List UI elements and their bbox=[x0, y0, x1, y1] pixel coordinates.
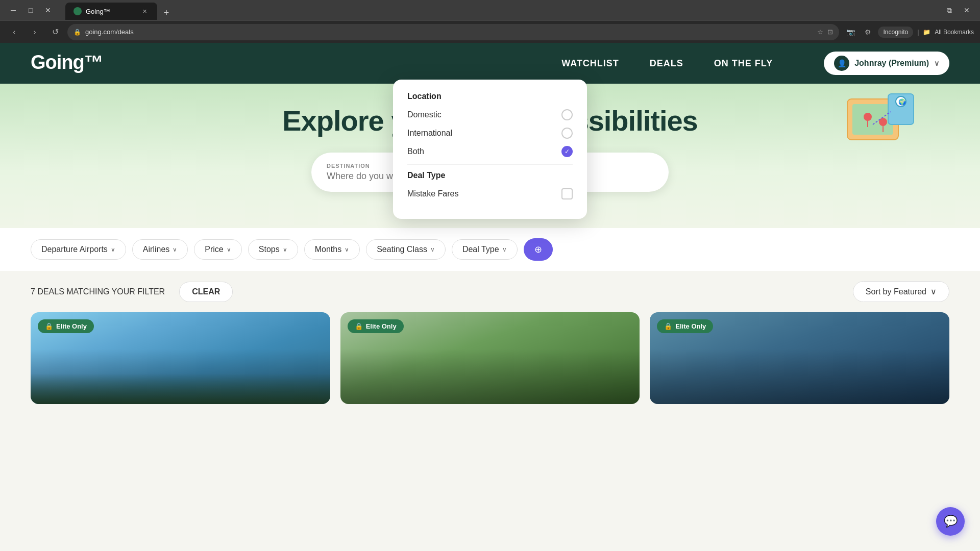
airlines-label: Airlines bbox=[143, 245, 169, 254]
lock-icon: 🔒 bbox=[664, 322, 672, 330]
on-the-fly-nav-link[interactable]: ON THE FLY bbox=[714, 58, 773, 69]
deals-nav-link[interactable]: DEALS bbox=[650, 58, 683, 69]
domestic-label: Domestic bbox=[407, 110, 442, 119]
deals-header-left: 7 DEALS MATCHING YOUR FILTER CLEAR bbox=[31, 282, 233, 302]
elite-badge: 🔒 Elite Only bbox=[348, 319, 404, 333]
close-window-button[interactable]: ✕ bbox=[41, 3, 55, 17]
maximize-button[interactable]: □ bbox=[23, 3, 38, 17]
deal-type-filter[interactable]: Deal Type ∨ bbox=[452, 239, 518, 260]
cast-icon: ⊡ bbox=[827, 28, 833, 36]
both-label: Both bbox=[407, 147, 424, 156]
both-radio[interactable]: ✓ bbox=[561, 146, 573, 157]
map-illustration: 🌍 bbox=[842, 89, 919, 165]
sort-chevron-icon: ∨ bbox=[930, 287, 937, 296]
sort-label: Sort by Featured bbox=[866, 287, 926, 296]
active-tab[interactable]: Going™ ✕ bbox=[65, 3, 157, 20]
location-section-title: Location bbox=[407, 92, 573, 101]
mistake-fares-label: Mistake Fares bbox=[407, 189, 458, 198]
stops-filter[interactable]: Stops ∨ bbox=[248, 239, 298, 260]
deal-card[interactable]: 🔒 Elite Only bbox=[31, 312, 330, 404]
forward-button[interactable]: › bbox=[27, 24, 43, 40]
tab-bar: Going™ ✕ + bbox=[59, 1, 938, 20]
new-tab-button[interactable]: + bbox=[159, 6, 174, 20]
tab-title: Going™ bbox=[86, 8, 110, 15]
price-filter[interactable]: Price ∨ bbox=[194, 239, 241, 260]
deal-type-dropdown: Location Domestic International Both ✓ D… bbox=[393, 80, 587, 219]
months-filter[interactable]: Months ∨ bbox=[304, 239, 360, 260]
minimize-button[interactable]: ─ bbox=[6, 3, 20, 17]
window-close-button[interactable]: ✕ bbox=[960, 3, 974, 17]
user-avatar: 👤 bbox=[834, 56, 849, 71]
clear-button[interactable]: CLEAR bbox=[179, 282, 233, 302]
sort-button[interactable]: Sort by Featured ∨ bbox=[853, 281, 949, 302]
window-controls: ─ □ ✕ bbox=[6, 3, 55, 17]
incognito-badge[interactable]: Incognito bbox=[878, 27, 913, 38]
deals-area: 7 DEALS MATCHING YOUR FILTER CLEAR Sort … bbox=[0, 271, 980, 414]
deal-card[interactable]: 🔒 Elite Only bbox=[340, 312, 640, 404]
website: Going™ WATCHLIST DEALS ON THE FLY 👤 John… bbox=[0, 43, 980, 515]
no-video-icon[interactable]: 📷 bbox=[843, 25, 857, 39]
svg-text:Going™: Going™ bbox=[31, 52, 103, 73]
browser-titlebar: ─ □ ✕ Going™ ✕ + ⧉ ✕ bbox=[0, 0, 980, 20]
price-label: Price bbox=[205, 245, 223, 254]
international-radio[interactable] bbox=[561, 128, 573, 139]
url-text: going.com/deals bbox=[85, 28, 134, 36]
tab-close-button[interactable]: ✕ bbox=[140, 7, 149, 16]
dropdown-divider bbox=[407, 164, 573, 165]
stops-chevron-icon: ∨ bbox=[283, 246, 287, 253]
both-option[interactable]: Both ✓ bbox=[407, 146, 573, 157]
extensions-icon[interactable]: ⚙ bbox=[861, 25, 875, 39]
mistake-fares-checkbox[interactable] bbox=[561, 188, 573, 199]
deals-grid: 🔒 Elite Only 🔒 Elite Only 🔒 Elite Only bbox=[31, 312, 949, 404]
user-menu[interactable]: 👤 Johnray (Premium) ∨ bbox=[824, 52, 949, 75]
chat-button[interactable]: 💬 bbox=[936, 507, 965, 536]
departure-airports-label: Departure Airports bbox=[41, 245, 108, 254]
deal-card[interactable]: 🔒 Elite Only bbox=[650, 312, 949, 404]
filter-bar: Departure Airports ∨ Airlines ∨ Price ∨ … bbox=[0, 228, 980, 271]
elite-label: Elite Only bbox=[56, 322, 87, 330]
lock-icon: 🔒 bbox=[74, 29, 81, 36]
restore-button[interactable]: ⧉ bbox=[942, 3, 957, 17]
domestic-radio[interactable] bbox=[561, 109, 573, 120]
seating-class-label: Seating Class bbox=[377, 245, 427, 254]
bookmark-folder-icon: 📁 bbox=[923, 29, 930, 36]
elite-badge: 🔒 Elite Only bbox=[657, 319, 713, 333]
deal-type-chevron-icon: ∨ bbox=[502, 246, 507, 253]
star-icon: ☆ bbox=[817, 28, 823, 36]
address-bar[interactable]: 🔒 going.com/deals ☆ ⊡ bbox=[67, 24, 839, 40]
active-filter-button[interactable]: ⊕ bbox=[524, 238, 553, 261]
window-action-buttons: ⧉ ✕ bbox=[942, 3, 974, 17]
tab-favicon bbox=[74, 7, 82, 15]
browser-chrome: ─ □ ✕ Going™ ✕ + ⧉ ✕ ‹ › ↺ 🔒 going.com/d… bbox=[0, 0, 980, 43]
deals-count: 7 DEALS MATCHING YOUR FILTER bbox=[31, 287, 165, 296]
mistake-fares-option[interactable]: Mistake Fares bbox=[407, 188, 573, 199]
refresh-button[interactable]: ↺ bbox=[47, 24, 63, 40]
deals-header: 7 DEALS MATCHING YOUR FILTER CLEAR Sort … bbox=[31, 281, 949, 302]
international-option[interactable]: International bbox=[407, 128, 573, 139]
user-chevron-icon: ∨ bbox=[934, 59, 939, 67]
months-chevron-icon: ∨ bbox=[345, 246, 349, 253]
departure-airports-chevron-icon: ∨ bbox=[111, 246, 115, 253]
stops-label: Stops bbox=[259, 245, 280, 254]
elite-label: Elite Only bbox=[675, 322, 706, 330]
seating-class-chevron-icon: ∨ bbox=[430, 246, 435, 253]
user-name: Johnray (Premium) bbox=[854, 59, 929, 68]
all-bookmarks-label[interactable]: All Bookmarks bbox=[935, 29, 974, 36]
back-button[interactable]: ‹ bbox=[6, 24, 22, 40]
site-logo[interactable]: Going™ bbox=[31, 49, 112, 77]
active-filter-icon: ⊕ bbox=[534, 244, 542, 255]
toolbar-actions: 📷 ⚙ Incognito bbox=[843, 25, 913, 39]
site-nav: Going™ WATCHLIST DEALS ON THE FLY 👤 John… bbox=[0, 43, 980, 84]
lock-icon: 🔒 bbox=[355, 322, 363, 330]
lock-icon: 🔒 bbox=[45, 322, 53, 330]
browser-toolbar: ‹ › ↺ 🔒 going.com/deals ☆ ⊡ 📷 ⚙ Incognit… bbox=[0, 20, 980, 43]
airlines-filter[interactable]: Airlines ∨ bbox=[132, 239, 188, 260]
svg-rect-2 bbox=[852, 104, 893, 135]
domestic-option[interactable]: Domestic bbox=[407, 109, 573, 120]
watchlist-nav-link[interactable]: WATCHLIST bbox=[561, 58, 619, 69]
elite-badge: 🔒 Elite Only bbox=[38, 319, 94, 333]
international-label: International bbox=[407, 129, 452, 138]
departure-airports-filter[interactable]: Departure Airports ∨ bbox=[31, 239, 126, 260]
seating-class-filter[interactable]: Seating Class ∨ bbox=[366, 239, 446, 260]
chat-icon: 💬 bbox=[944, 515, 958, 528]
